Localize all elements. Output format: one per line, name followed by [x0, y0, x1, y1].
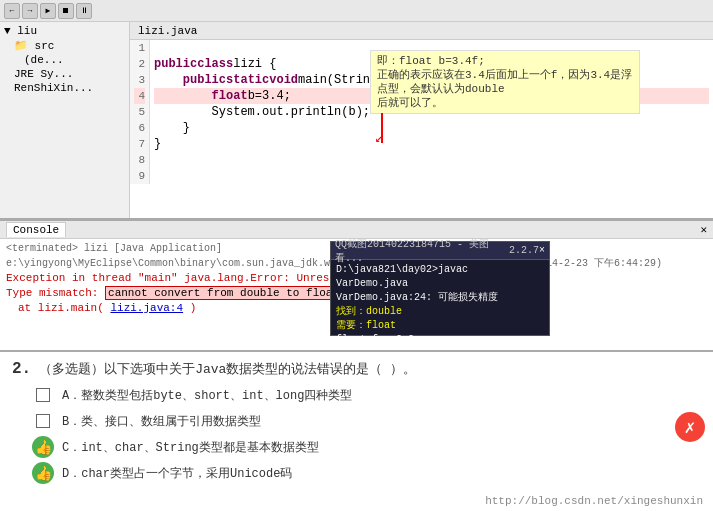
quiz-options: A．整数类型包括byte、short、int、long四种类型 B．类、接口、数… — [32, 384, 701, 484]
option-text-a: A．整数类型包括byte、short、int、long四种类型 — [62, 387, 352, 404]
sidebar-label-liu: liu — [17, 25, 37, 37]
popup-line-3: float f = 2.3; — [336, 333, 544, 347]
keyword-static: static — [226, 72, 269, 88]
code-content: 1 2 3 4 5 6 7 8 9 即：float b=3.4f; 正确的表示应… — [130, 40, 713, 184]
sidebar-item-liu[interactable]: ▼ liu — [2, 24, 127, 38]
error-label: Type mismatch: — [6, 287, 105, 299]
code-line-8 — [154, 152, 709, 168]
code-line-6: } — [154, 120, 709, 136]
sidebar-item-de[interactable]: (de... — [2, 53, 127, 67]
ide-main: ▼ liu 📁 src (de... JRE Sy... RenShiXin..… — [0, 22, 713, 218]
sidebar-item-src[interactable]: 📁 src — [2, 38, 127, 53]
code-lines: 即：float b=3.4f; 正确的表示应该在3.4后面加上一个f，因为3.4… — [150, 40, 713, 184]
console-section: Console ✕ <terminated> lizi [Java Applic… — [0, 220, 713, 350]
toolbar-btn-stop[interactable]: ⏹ — [58, 3, 74, 19]
option-icon-a — [32, 384, 54, 406]
option-text-c: C．int、char、String类型都是基本数据类型 — [62, 439, 319, 456]
code-area: lizi.java 1 2 3 4 5 6 7 8 9 即：float — [130, 22, 713, 218]
quiz-option-a: A．整数类型包括byte、short、int、long四种类型 — [32, 384, 701, 406]
annotation-arrowhead: ↙ — [375, 131, 383, 145]
quiz-option-b: B．类、接口、数组属于引用数据类型 — [32, 410, 701, 432]
sidebar-item-jre[interactable]: JRE Sy... — [2, 67, 127, 81]
option-icon-c: 👍 — [32, 436, 54, 458]
ide-section: ← → ▶ ⏹ ⏸ ▼ liu 📁 src (de... JRE Sy... R… — [0, 0, 713, 220]
option-text-d: D．char类型占一个字节，采用Unicode码 — [62, 465, 292, 482]
toolbar-btn-back[interactable]: ← — [4, 3, 20, 19]
popup-close-btn[interactable]: × — [539, 245, 545, 256]
wrong-answer-icon: ✗ — [675, 412, 705, 442]
toolbar-btn-run[interactable]: ▶ — [40, 3, 56, 19]
sidebar-label-de: (de... — [24, 54, 64, 66]
console-tab-label: Console — [13, 224, 59, 236]
correct-icon-d: 👍 — [32, 462, 54, 484]
code-tab[interactable]: lizi.java — [130, 22, 713, 40]
option-icon-d: 👍 — [32, 462, 54, 484]
quiz-question: 2. （多选题） 以下选项中关于Java数据类型的说法错误的是（ ）。 — [12, 360, 701, 378]
error-link[interactable]: lizi.java:4 — [110, 302, 183, 314]
popup-terminal: QQ截图20140223184715 - 美图看... 2.2.7 × D:\j… — [330, 241, 550, 336]
tree-expand-icon: ▼ — [4, 25, 11, 37]
correct-icon-c: 👍 — [32, 436, 54, 458]
quiz-type: （多选题） — [39, 360, 104, 378]
var-b: b=3.4; — [248, 88, 291, 104]
error-at: at lizi.main( — [18, 302, 104, 314]
folder-icon: 📁 — [14, 40, 28, 52]
sidebar-item-renshixin[interactable]: RenShiXin... — [2, 81, 127, 95]
quiz-section: 2. （多选题） 以下选项中关于Java数据类型的说法错误的是（ ）。 A．整数… — [0, 350, 713, 511]
keyword-class: class — [197, 56, 233, 72]
code-line-9 — [154, 168, 709, 184]
error-highlight: cannot convert from double to float — [105, 286, 342, 300]
toolbar-btn-pause[interactable]: ⏸ — [76, 3, 92, 19]
quiz-option-c: 👍 C．int、char、String类型都是基本数据类型 — [32, 436, 701, 458]
popup-line-path: D:\java821\day02>javac VarDemo.java — [336, 263, 544, 291]
popup-version: 2.2.7 — [509, 245, 539, 256]
annotation-line3: 后就可以了。 — [377, 96, 633, 110]
close-brace-1: } — [183, 120, 190, 136]
footer-link[interactable]: http://blog.csdn.net/xingeshunxin — [485, 495, 703, 507]
sysout: System.out.println(b); — [212, 104, 370, 120]
option-text-b: B．类、接口、数组属于引用数据类型 — [62, 413, 261, 430]
close-brace-2: } — [154, 136, 161, 152]
annotation-line2: 正确的表示应该在3.4后面加上一个f，因为3.4是浮点型，会默认认为double — [377, 68, 633, 96]
class-name: lizi { — [233, 56, 276, 72]
checkbox-b[interactable] — [36, 414, 50, 428]
ide-sidebar: ▼ liu 📁 src (de... JRE Sy... RenShiXin..… — [0, 22, 130, 218]
sidebar-label-jre: JRE Sy... — [14, 68, 73, 80]
error-end: ) — [190, 302, 197, 314]
popup-line-4: ^ — [336, 347, 544, 350]
sidebar-label-src: src — [35, 40, 55, 52]
type-float: float — [212, 88, 248, 104]
keyword-public-2: public — [183, 72, 226, 88]
popup-line-file: VarDemo.java:24: 可能损失精度 — [336, 291, 544, 305]
popup-content: D:\java821\day02>javac VarDemo.java VarD… — [331, 260, 549, 350]
keyword-public-1: public — [154, 56, 197, 72]
popup-line-1: 找到：double — [336, 305, 544, 319]
keyword-void: void — [269, 72, 298, 88]
quiz-number: 2. — [12, 360, 31, 378]
popup-header: QQ截图20140223184715 - 美图看... 2.2.7 × — [331, 242, 549, 260]
console-close-icon[interactable]: ✕ — [700, 223, 707, 236]
wrong-icon-main: ✗ — [675, 412, 705, 442]
ide-toolbar: ← → ▶ ⏹ ⏸ — [0, 0, 713, 22]
popup-title: QQ截图20140223184715 - 美图看... — [335, 237, 509, 265]
annotation-bubble: 即：float b=3.4f; 正确的表示应该在3.4后面加上一个f，因为3.4… — [370, 50, 640, 114]
sidebar-label-renshixin: RenShiXin... — [14, 82, 93, 94]
quiz-option-d: 👍 D．char类型占一个字节，采用Unicode码 — [32, 462, 701, 484]
annotation-line1: 即：float b=3.4f; — [377, 54, 633, 68]
popup-line-2: 需要：float — [336, 319, 544, 333]
checkbox-a[interactable] — [36, 388, 50, 402]
line-numbers: 1 2 3 4 5 6 7 8 9 — [130, 40, 150, 184]
option-icon-b — [32, 410, 54, 432]
console-tab[interactable]: Console — [6, 222, 66, 237]
code-line-7: } — [154, 136, 709, 152]
toolbar-btn-forward[interactable]: → — [22, 3, 38, 19]
quiz-question-text: 以下选项中关于Java数据类型的说法错误的是（ ）。 — [104, 360, 416, 378]
code-tab-label: lizi.java — [138, 25, 197, 37]
